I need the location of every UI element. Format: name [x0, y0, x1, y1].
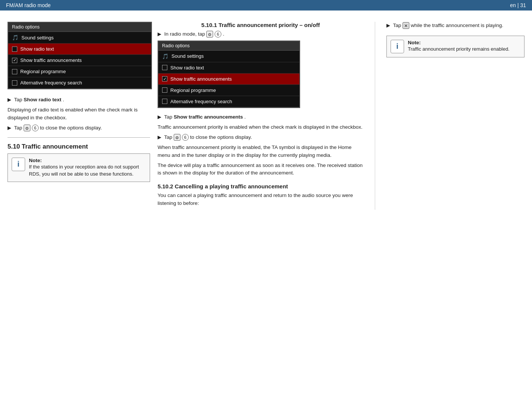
alt-freq-label-2: Alternative frequency search [170, 99, 232, 104]
checkbox-show-traffic-2[interactable] [162, 76, 167, 81]
note-content-right: Note: Traffic announcement priority rema… [408, 40, 520, 53]
instr1-bold: Show radio text [24, 97, 62, 102]
circle-6-1: 6 [32, 125, 39, 131]
instr2-suffix: to close the options display. [40, 125, 102, 131]
section-divider [8, 137, 150, 138]
show-radio-text-label-2: Show radio text [170, 65, 204, 71]
checkbox-regional[interactable] [12, 69, 17, 74]
note-icon-left: i [12, 158, 25, 171]
sound-settings-label-2: Sound settings [171, 53, 204, 59]
sound-icon: 🎵 [12, 35, 18, 41]
show-radio-text-label: Show radio text [20, 46, 54, 52]
instr-in-radio-prefix: In radio mode, tap [164, 31, 207, 37]
instruction-close: ▶ Tap ⚙ 6 to close the options display. [8, 124, 150, 132]
note-box-left: i Note: If the stations in your receptio… [8, 153, 150, 182]
left-column: Radio options 🎵 Sound settings Show radi… [8, 22, 158, 210]
circle-6-2: 6 [215, 31, 221, 38]
instr2-prefix: Tap [14, 125, 24, 131]
widget-header-label-1: Radio options [12, 24, 39, 30]
note-text-right: Traffic announcement priority remains en… [408, 45, 520, 53]
header-left-label: FM/AM radio mode [6, 2, 51, 8]
right-tap-prefix: Tap [393, 23, 403, 28]
radio-options-widget-1: Radio options 🎵 Sound settings Show radi… [8, 22, 152, 89]
menu-item-alt-freq[interactable]: Alternative frequency search [8, 77, 151, 89]
menu-item-show-traffic2[interactable]: Show traffic announcements [158, 74, 299, 85]
gear-icon-1: ⚙ [24, 125, 30, 131]
cancel-desc: You can cancel a playing traffic announc… [158, 192, 364, 208]
menu-item-show-radio-text[interactable]: Show radio text [8, 44, 151, 55]
traffic-gear-prefix: Tap [164, 134, 174, 140]
menu-item-show-radio-text2[interactable]: Show radio text [158, 62, 299, 74]
arrow-marker-3: ▶ [158, 31, 161, 37]
section-title-510: 5.10 Traffic announcement [8, 143, 150, 150]
menu-item-sound-settings2[interactable]: 🎵 Sound settings [158, 51, 299, 62]
menu-item-alt-freq2[interactable]: Alternative frequency search [158, 96, 299, 107]
header-right-label: en | 31 [510, 2, 526, 8]
alt-freq-label: Alternative frequency search [20, 80, 82, 86]
regional-label: Regional programme [20, 69, 66, 74]
note-label-left: Note: [29, 158, 146, 163]
note-text-left: If the stations in your reception area d… [29, 163, 146, 178]
checkbox-show-traffic[interactable] [12, 58, 17, 63]
note-label-right: Note: [408, 40, 520, 45]
traffic-desc2: When traffic announcement priority is en… [158, 144, 364, 159]
circle-6-3: 6 [182, 134, 189, 141]
show-traffic-label: Show traffic announcements [20, 57, 82, 63]
main-content: Radio options 🎵 Sound settings Show radi… [0, 11, 532, 217]
note-content-left: Note: If the stations in your reception … [29, 158, 146, 178]
subtitle-5102: 5.10.2 Cancelling a playing traffic anno… [158, 183, 364, 189]
middle-column: 5.10.1 Traffic announcement priority – o… [158, 22, 375, 210]
show-traffic-label-2: Show traffic announcements [170, 76, 232, 82]
instr1-prefix: Tap [14, 97, 24, 102]
right-tap-suffix: while the traffic announcement is playin… [411, 23, 503, 28]
right-tap-instruction: ▶ Tap ✕ while the traffic announcement i… [386, 22, 524, 30]
checkbox-show-radio-text-2[interactable] [162, 65, 167, 70]
tap-traffic-bold: Show traffic announcements [174, 114, 243, 120]
widget-header-2: Radio options [158, 41, 299, 51]
sound-settings-label: Sound settings [21, 35, 54, 41]
gear-icon-2: ⚙ [206, 31, 213, 38]
tap-traffic-prefix: Tap [164, 114, 174, 120]
arrow-marker-1: ▶ [8, 97, 11, 102]
traffic-instruction-suffix: to close the options display. [190, 134, 252, 140]
traffic-instruction: ▶ Tap ⚙ 6 to close the options display. [158, 134, 364, 141]
checkbox-alt-freq[interactable] [12, 80, 17, 86]
sound-icon-2: 🎵 [162, 53, 168, 59]
right-column: ▶ Tap ✕ while the traffic announcement i… [375, 22, 524, 210]
instr-in-radio-suffix: . [223, 31, 224, 37]
gear-icon-3: ⚙ [174, 134, 180, 141]
checkbox-show-radio-text[interactable] [12, 47, 17, 52]
menu-item-show-traffic[interactable]: Show traffic announcements [8, 55, 151, 66]
widget-header-label-2: Radio options [162, 43, 189, 48]
instr1-suffix: . [63, 97, 64, 102]
regional-label-2: Regional programme [170, 87, 216, 93]
instruction-show-radio-text: ▶ Tap Show radio text . [8, 96, 150, 104]
arrow-marker-6: ▶ [386, 23, 390, 28]
arrow-marker-2: ▶ [8, 125, 11, 131]
checkbox-regional-2[interactable] [162, 87, 167, 93]
x-icon: ✕ [403, 22, 409, 29]
traffic-desc1: Traffic announcement priority is enabled… [158, 123, 364, 131]
menu-item-sound-settings[interactable]: 🎵 Sound settings [8, 32, 151, 44]
page-header: FM/AM radio mode en | 31 [0, 0, 532, 11]
arrow-marker-4: ▶ [158, 114, 161, 120]
menu-item-regional[interactable]: Regional programme [8, 66, 151, 77]
tap-show-traffic: ▶ Tap Show traffic announcements . [158, 113, 364, 121]
subtitle-5101: 5.10.1 Traffic announcement priority – o… [158, 22, 364, 28]
traffic-desc3: The device will play a traffic announcem… [158, 162, 364, 177]
note-icon-right: i [391, 40, 404, 53]
tap-traffic-suffix: . [244, 114, 246, 120]
widget-header-1: Radio options [8, 23, 151, 32]
menu-item-regional2[interactable]: Regional programme [158, 85, 299, 96]
checkbox-alt-freq-2[interactable] [162, 99, 167, 104]
note-box-right: i Note: Traffic announcement priority re… [386, 36, 524, 57]
instruction-desc: Displaying of radio text is enabled when… [8, 106, 150, 122]
radio-options-widget-2: Radio options 🎵 Sound settings Show radi… [158, 41, 300, 108]
instr-radio-mode: ▶ In radio mode, tap ⚙ 6 . [158, 30, 364, 38]
arrow-marker-5: ▶ [158, 134, 161, 140]
